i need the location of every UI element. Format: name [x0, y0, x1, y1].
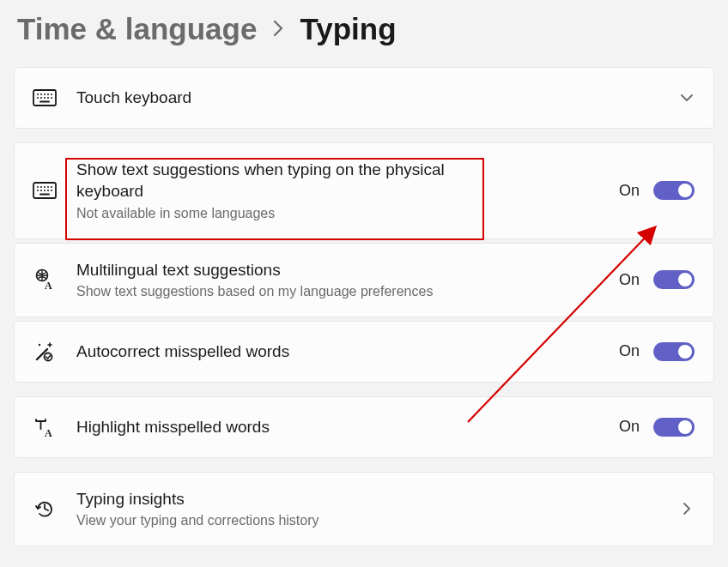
row-title: Highlight misspelled words [76, 416, 609, 438]
row-text-suggestions-physical: Show text suggestions when typing on the… [14, 142, 714, 239]
svg-point-8 [44, 97, 46, 99]
breadcrumb: Time & language Typing [17, 12, 714, 46]
svg-point-9 [47, 97, 49, 99]
svg-point-21 [47, 190, 49, 191]
svg-point-7 [40, 97, 42, 99]
chevron-down-icon [679, 93, 695, 102]
magic-wand-icon [32, 341, 58, 363]
toggle-text-suggestions-physical[interactable] [653, 181, 695, 200]
highlight-text-icon: A [32, 416, 58, 438]
svg-point-16 [47, 186, 49, 188]
svg-rect-23 [39, 194, 50, 196]
row-title: Typing insights [76, 488, 669, 510]
history-icon [32, 498, 58, 520]
row-desc: View your typing and corrections history [76, 511, 669, 530]
keyboard-icon [32, 89, 58, 106]
svg-point-6 [37, 97, 39, 99]
toggle-state-label: On [619, 418, 640, 436]
svg-point-19 [40, 190, 42, 191]
svg-point-2 [40, 93, 42, 95]
row-title: Autocorrect misspelled words [76, 341, 609, 363]
svg-point-22 [51, 190, 52, 191]
svg-point-3 [44, 93, 46, 95]
svg-point-5 [51, 93, 52, 95]
svg-point-15 [44, 186, 46, 188]
svg-text:A: A [45, 280, 52, 291]
svg-point-1 [37, 93, 39, 95]
chevron-right-icon [272, 16, 284, 43]
chevron-right-icon [679, 502, 695, 516]
toggle-state-label: On [619, 342, 640, 360]
row-title: Multilingual text suggestions [76, 259, 609, 281]
toggle-autocorrect[interactable] [653, 342, 695, 361]
svg-point-20 [44, 190, 46, 191]
toggle-highlight-misspelled[interactable] [653, 418, 695, 437]
svg-point-18 [37, 190, 39, 191]
svg-text:A: A [45, 427, 52, 438]
toggle-state-label: On [619, 182, 640, 200]
row-autocorrect: Autocorrect misspelled words On [14, 321, 714, 383]
row-desc: Not available in some languages [76, 204, 609, 223]
row-desc: Show text suggestions based on my langua… [76, 282, 609, 301]
svg-point-13 [37, 186, 39, 188]
svg-point-10 [51, 97, 52, 99]
row-title: Show text suggestions when typing on the… [76, 159, 471, 202]
breadcrumb-current: Typing [300, 12, 396, 46]
row-touch-keyboard[interactable]: Touch keyboard [14, 67, 714, 129]
svg-point-27 [39, 344, 40, 346]
toggle-multilingual-suggestions[interactable] [653, 270, 695, 289]
row-title: Touch keyboard [76, 87, 669, 109]
svg-point-14 [40, 186, 42, 188]
toggle-state-label: On [619, 271, 640, 289]
keyboard-icon [32, 182, 58, 199]
svg-point-4 [47, 93, 49, 95]
row-typing-insights[interactable]: Typing insights View your typing and cor… [14, 472, 714, 546]
row-highlight-misspelled: A Highlight misspelled words On [14, 396, 714, 458]
svg-point-17 [51, 186, 52, 188]
breadcrumb-parent[interactable]: Time & language [17, 12, 257, 46]
globe-translate-icon: A [32, 268, 58, 291]
svg-rect-11 [39, 100, 50, 102]
row-multilingual-suggestions: A Multilingual text suggestions Show tex… [14, 243, 714, 317]
